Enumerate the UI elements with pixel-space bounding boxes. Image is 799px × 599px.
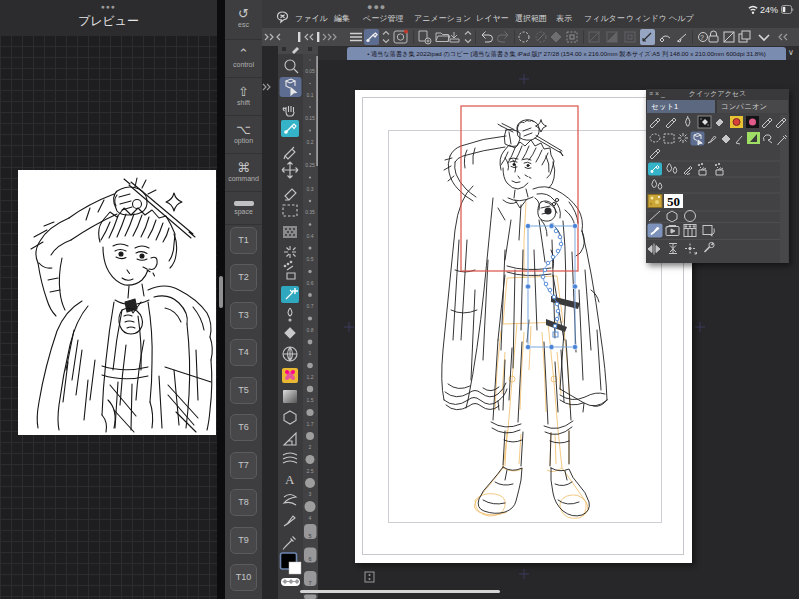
svg-text:0.15: 0.15 bbox=[305, 115, 315, 121]
svg-text:0.3: 0.3 bbox=[307, 186, 314, 192]
svg-text:2.5: 2.5 bbox=[307, 468, 314, 474]
svg-text:4: 4 bbox=[309, 515, 312, 521]
svg-text:7: 7 bbox=[308, 580, 311, 586]
svg-text:A: A bbox=[285, 472, 295, 487]
svg-text:1.5: 1.5 bbox=[307, 397, 314, 403]
svg-text:0.5: 0.5 bbox=[307, 256, 314, 262]
svg-text:0.8: 0.8 bbox=[307, 327, 314, 333]
svg-text:0.4: 0.4 bbox=[307, 233, 314, 239]
svg-text:2: 2 bbox=[309, 444, 312, 450]
svg-text:5: 5 bbox=[308, 533, 311, 539]
svg-text:0.25: 0.25 bbox=[305, 162, 315, 168]
svg-text:0.35: 0.35 bbox=[305, 209, 315, 215]
svg-text:0.7: 0.7 bbox=[307, 303, 314, 309]
svg-text:6: 6 bbox=[308, 556, 311, 562]
svg-text:3: 3 bbox=[309, 491, 312, 497]
svg-text:?: ? bbox=[700, 34, 704, 41]
svg-text:1: 1 bbox=[309, 350, 312, 356]
svg-text:24%: 24% bbox=[760, 5, 778, 15]
svg-text:0.05: 0.05 bbox=[305, 68, 315, 74]
svg-text:50: 50 bbox=[667, 194, 680, 209]
svg-text:0.6: 0.6 bbox=[307, 280, 314, 286]
svg-text:1.7: 1.7 bbox=[307, 421, 314, 427]
svg-text:0.2: 0.2 bbox=[307, 139, 314, 145]
svg-text:1.2: 1.2 bbox=[307, 374, 314, 380]
svg-text:0.1: 0.1 bbox=[307, 92, 314, 98]
